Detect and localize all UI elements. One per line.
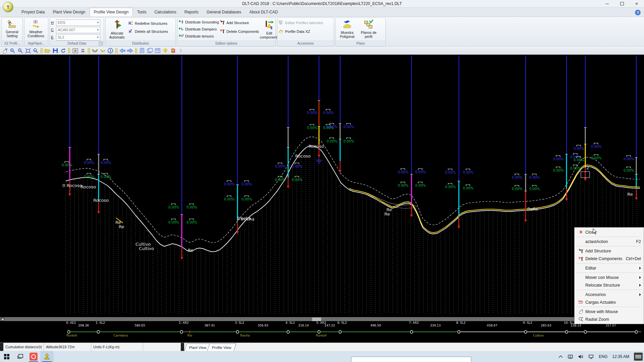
tips-icon[interactable] bbox=[162, 47, 169, 54]
svg-text:0.00%: 0.00% bbox=[327, 139, 337, 143]
language-icon[interactable]: ESEN bbox=[79, 47, 86, 54]
menu-item-add-structure[interactable]: Add Structure bbox=[575, 247, 644, 255]
tab-tools[interactable]: Tools bbox=[133, 8, 150, 16]
allocate-automatic-button[interactable]: Allocate Automatic bbox=[107, 19, 127, 39]
task-view-button[interactable] bbox=[13, 351, 27, 362]
group-caption: Plans bbox=[356, 42, 365, 45]
ribbon: C General Setting XZ Profil... Weather C… bbox=[0, 17, 644, 46]
redefine-structures-button[interactable]: Redefine Structures bbox=[128, 20, 168, 27]
group-caption: Accesorios bbox=[298, 42, 314, 45]
menu-item-radial-zoom[interactable]: Radial Zoom bbox=[575, 315, 644, 323]
camera-icon[interactable] bbox=[568, 354, 573, 359]
svg-text:×: × bbox=[578, 256, 581, 260]
distribute-grounding-button[interactable]: Distribute Grounding bbox=[178, 19, 219, 25]
volume-icon[interactable] bbox=[578, 354, 584, 359]
svg-text:0.00%: 0.00% bbox=[168, 221, 179, 224]
notification-center-icon[interactable] bbox=[634, 353, 643, 361]
svg-text:0.00%: 0.00% bbox=[398, 184, 409, 187]
eds-dropdown[interactable]: EDS ▾ bbox=[56, 19, 100, 26]
altitude-field: Altitude3619.72m bbox=[44, 343, 91, 351]
tab-proyect-data[interactable]: Proyect Data bbox=[17, 8, 49, 16]
weather-conditions-icon bbox=[32, 19, 40, 30]
svg-text:Re: Re bbox=[384, 212, 390, 217]
menu-item-move-with-mouse[interactable]: Move with Mouse bbox=[575, 308, 644, 315]
ribbon-group-accesorios: Editar Perfiles laterales Porfile Data X… bbox=[277, 17, 334, 46]
structure-dropdown[interactable]: SL2 ▾ bbox=[56, 34, 100, 41]
tab-about-dlt-cad[interactable]: About DLT-CAD bbox=[245, 8, 282, 16]
dialog-launcher-icon[interactable]: ↘ bbox=[99, 42, 103, 45]
svg-text:TVL: TVL bbox=[578, 300, 583, 303]
image-export-icon[interactable] bbox=[72, 47, 78, 54]
svg-text:Cultivo: Cultivo bbox=[533, 334, 544, 337]
catenary-icon[interactable] bbox=[92, 47, 98, 54]
zoom-in-icon[interactable] bbox=[9, 47, 16, 54]
language-indicator[interactable]: ENG bbox=[599, 354, 607, 359]
distribute-dampers-button[interactable]: Distribute Dampers bbox=[178, 26, 219, 33]
tab-profile-view-design[interactable]: Profile View Design bbox=[90, 8, 133, 16]
tab-calculations[interactable]: Calculations bbox=[150, 8, 180, 16]
profile-canvas[interactable]: 0.00%0.00%0.00%0.00%0.00%0.00%0.00%0.00%… bbox=[0, 55, 644, 317]
clock[interactable]: 12:35 AM bbox=[612, 354, 629, 359]
menu-item-relocate-structure[interactable]: Relocate Structure bbox=[575, 281, 644, 289]
conductor-dropdown[interactable]: ACAR-507 ▾ bbox=[56, 27, 100, 33]
menu-item-close[interactable]: ✕Close bbox=[575, 228, 644, 236]
delete-all-structures-button[interactable]: x Delete all Structures bbox=[128, 28, 168, 35]
info-icon[interactable]: i bbox=[107, 47, 114, 54]
menu-item-accesorios[interactable]: Accesorios bbox=[575, 291, 644, 298]
svg-text:C: C bbox=[8, 22, 11, 25]
taskbar-app-dlt-cad[interactable] bbox=[40, 351, 54, 362]
close-button[interactable]: ✕ bbox=[629, 0, 644, 7]
edit-components-button[interactable]: E Edit components bbox=[260, 19, 279, 39]
horizontal-scrollbar[interactable]: ◀ ▶ bbox=[0, 317, 644, 321]
help-icon[interactable]: ? bbox=[635, 10, 641, 15]
redefine-structures-icon bbox=[128, 20, 133, 26]
statusbar-grip bbox=[181, 343, 184, 351]
zoom-extents-icon[interactable] bbox=[24, 47, 31, 54]
minimize-button[interactable] bbox=[600, 0, 614, 7]
open-icon[interactable] bbox=[44, 47, 51, 54]
report-icon[interactable] bbox=[139, 47, 146, 54]
menu-item-cargas-actuales[interactable]: TVLCargas Actuales bbox=[575, 298, 644, 306]
maximize-button[interactable] bbox=[614, 0, 629, 7]
tab-reports[interactable]: Reports bbox=[180, 8, 203, 16]
back-icon[interactable] bbox=[119, 47, 126, 54]
app-logo-icon[interactable]: T bbox=[3, 2, 13, 12]
zoom-window-icon[interactable] bbox=[17, 47, 23, 54]
overflow-icon[interactable] bbox=[177, 47, 184, 54]
refresh-icon[interactable] bbox=[60, 47, 66, 54]
tab-plant-view-design[interactable]: Plant View Design bbox=[49, 8, 89, 16]
help-icon[interactable] bbox=[170, 47, 176, 54]
tab-general-databases[interactable]: General Databases bbox=[203, 8, 245, 16]
start-button[interactable] bbox=[0, 351, 13, 362]
svg-text:0.00%: 0.00% bbox=[186, 205, 197, 209]
porfile-data-xz-button[interactable]: Porfile Data XZ bbox=[278, 28, 323, 35]
zoom-previous-icon[interactable] bbox=[32, 47, 39, 54]
delete-components-button[interactable]: × Delete Components bbox=[220, 28, 259, 35]
menu-item-mover-con-mouse[interactable]: Mover con Mouse bbox=[575, 274, 644, 281]
pan-zoom-icon[interactable] bbox=[1, 47, 8, 54]
forward-icon[interactable] bbox=[127, 47, 133, 54]
settings-icon[interactable] bbox=[99, 47, 106, 54]
tab-profile-view[interactable]: Profile View bbox=[207, 344, 236, 351]
report2-icon[interactable] bbox=[147, 47, 153, 54]
planos-de-perfil-button[interactable]: Planos de perfil bbox=[358, 19, 379, 39]
svg-text:0.00%: 0.00% bbox=[445, 185, 456, 189]
svg-text:0.00%: 0.00% bbox=[275, 165, 286, 168]
network-icon[interactable] bbox=[588, 354, 594, 359]
table-icon[interactable] bbox=[154, 47, 161, 54]
muestra-poligonal-button[interactable]: Muestra Poligonal bbox=[337, 19, 358, 39]
tray-chevron-icon[interactable] bbox=[558, 355, 563, 358]
floating-input-box[interactable] bbox=[351, 357, 471, 362]
scroll-left-icon[interactable]: ◀ bbox=[0, 317, 5, 321]
menu-item-delete-components[interactable]: ×Delete ComponentsCtrl+Del bbox=[575, 255, 644, 262]
add-structure-button[interactable]: Add Structure bbox=[220, 19, 259, 26]
toolbar-separator bbox=[135, 48, 137, 53]
submenu-arrow-icon bbox=[639, 293, 641, 296]
weather-conditions-button[interactable]: Weather Conditions bbox=[25, 19, 46, 38]
taskbar-app-recorder[interactable] bbox=[27, 351, 40, 362]
distribute-tensors-button[interactable]: Distribute tensors bbox=[178, 33, 219, 40]
save-icon[interactable] bbox=[52, 47, 59, 54]
menu-item-editar[interactable]: Editar bbox=[575, 264, 644, 272]
menu-item-aclastaction[interactable]: aclastActionF2 bbox=[575, 238, 644, 245]
general-setting-button[interactable]: C General Setting bbox=[3, 19, 21, 38]
